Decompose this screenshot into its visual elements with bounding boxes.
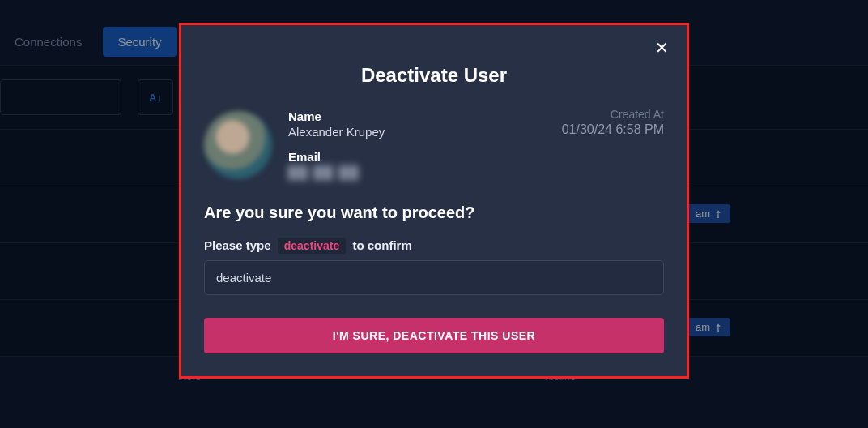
user-summary: Name Alexander Krupey Email ██ ██ ██ Cre… [204, 108, 664, 179]
confirm-prompt: Are you sure you want to proceed? [204, 203, 664, 222]
created-at: Created At 01/30/24 6:58 PM [562, 108, 664, 137]
avatar [204, 111, 272, 179]
name-label: Name [288, 109, 546, 123]
confirm-keyword: deactivate [278, 238, 346, 254]
modal-backdrop[interactable]: ✕ Deactivate User Name Alexander Krupey … [0, 0, 868, 428]
created-at-value: 01/30/24 6:58 PM [562, 122, 664, 137]
close-button[interactable]: ✕ [655, 40, 669, 56]
created-at-label: Created At [562, 108, 664, 121]
modal-title: Deactivate User [204, 64, 664, 87]
confirm-input[interactable] [204, 260, 664, 295]
user-fields: Name Alexander Krupey Email ██ ██ ██ [288, 108, 546, 179]
deactivate-user-modal: ✕ Deactivate User Name Alexander Krupey … [179, 23, 689, 379]
confirm-suffix: to confirm [352, 238, 411, 252]
email-value: ██ ██ ██ [288, 165, 546, 179]
close-icon: ✕ [655, 39, 669, 57]
confirm-prefix: Please type [204, 238, 271, 252]
deactivate-confirm-button[interactable]: I'M SURE, DEACTIVATE THIS USER [204, 318, 664, 353]
name-value: Alexander Krupey [288, 125, 546, 139]
email-label: Email [288, 150, 546, 164]
confirm-instruction: Please type deactivate to confirm [204, 238, 664, 252]
